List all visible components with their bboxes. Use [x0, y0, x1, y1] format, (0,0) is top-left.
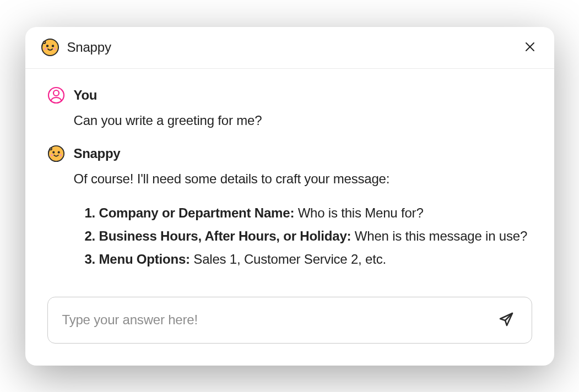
svg-point-4 [44, 48, 46, 50]
conversation: You Can you write a greeting for me? [25, 69, 554, 297]
svg-point-15 [59, 154, 62, 156]
header: Snappy [25, 27, 554, 69]
svg-point-5 [53, 48, 56, 50]
user-message: You Can you write a greeting for me? [47, 86, 532, 130]
close-button[interactable] [521, 38, 539, 57]
bot-name: Snappy [74, 146, 121, 161]
snappy-icon [47, 145, 65, 162]
list-item: Business Hours, After Hours, or Holiday:… [99, 226, 532, 246]
bot-message: Snappy Of course! I'll need some details… [47, 145, 532, 269]
user-message-text: Can you write a greeting for me? [74, 113, 262, 128]
input-wrapper [47, 297, 532, 344]
list-label: Menu Options: [99, 252, 190, 266]
svg-point-11 [50, 148, 52, 150]
chat-window: Snappy You [25, 27, 554, 366]
svg-point-14 [51, 154, 53, 156]
list-label: Business Hours, After Hours, or Holiday: [99, 228, 351, 243]
svg-point-1 [43, 41, 45, 43]
user-message-body: Can you write a greeting for me? [47, 111, 532, 130]
list-text: When is this message in use? [351, 228, 527, 243]
svg-point-3 [51, 45, 53, 47]
svg-point-12 [52, 151, 55, 153]
user-avatar-icon [47, 86, 65, 104]
message-header: You [47, 86, 532, 104]
snappy-icon [41, 38, 59, 57]
send-icon [497, 311, 515, 330]
list-label: Company or Department Name: [99, 205, 295, 220]
user-name: You [74, 88, 98, 103]
list-text: Sales 1, Customer Service 2, etc. [190, 252, 386, 266]
list-item: Company or Department Name: Who is this … [99, 203, 532, 223]
header-title: Snappy [67, 40, 111, 55]
message-header: Snappy [47, 145, 532, 162]
svg-point-9 [53, 90, 59, 96]
send-button[interactable] [495, 308, 517, 332]
svg-point-2 [46, 45, 48, 47]
header-left: Snappy [41, 38, 111, 57]
input-area [25, 297, 554, 366]
bot-message-body: Of course! I'll need some details to cra… [47, 169, 532, 269]
list-item: Menu Options: Sales 1, Customer Service … [99, 249, 532, 269]
bot-detail-list: Company or Department Name: Who is this … [74, 203, 532, 269]
svg-point-13 [57, 151, 59, 153]
bot-intro-text: Of course! I'll need some details to cra… [74, 169, 532, 189]
close-icon [524, 41, 535, 54]
list-text: Who is this Menu for? [294, 205, 423, 220]
message-input[interactable] [62, 312, 486, 328]
